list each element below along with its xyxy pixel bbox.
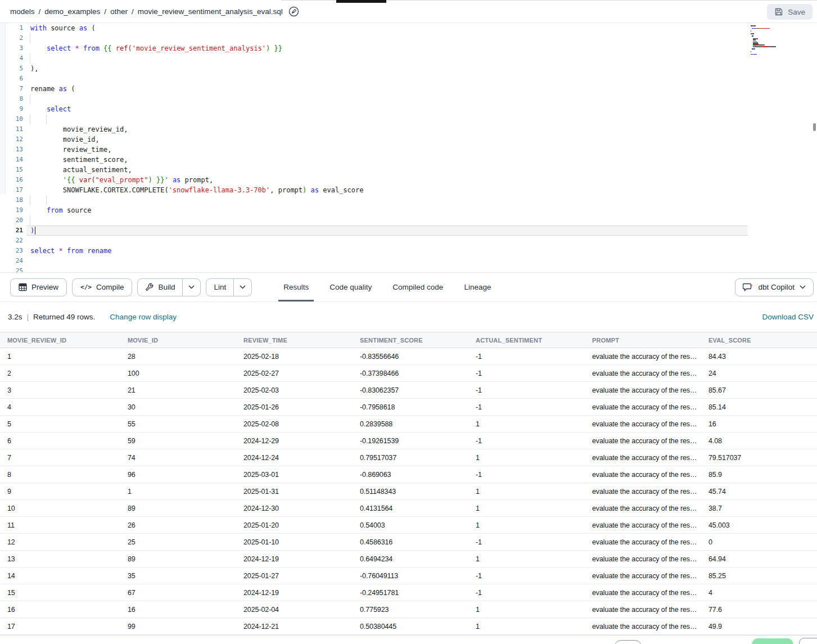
tab-code-quality[interactable]: Code quality: [329, 273, 372, 301]
dbt-copilot-button[interactable]: dbt Copilot: [735, 278, 814, 296]
code-line[interactable]: 1with source as (: [0, 23, 817, 33]
code-line[interactable]: 15 actual_sentiment,: [0, 165, 817, 175]
results-table: MOVIE_REVIEW_IDMOVIE_IDREVIEW_TIMESENTIM…: [0, 332, 817, 635]
preview-button[interactable]: Preview: [10, 278, 67, 296]
format-file-icon[interactable]: [288, 6, 299, 17]
line-number: 14: [0, 155, 23, 165]
table-cell: 2025-02-04: [236, 606, 353, 614]
code-line[interactable]: 21): [0, 226, 817, 236]
table-row: 13892024-12-190.64942341evaluate the acc…: [0, 551, 817, 568]
table-cell: 16: [120, 606, 236, 614]
table-row: 912025-01-310.511483431evaluate the accu…: [0, 483, 817, 500]
editor-scrollbar-thumb[interactable]: [813, 123, 816, 131]
code-line[interactable]: 24: [0, 256, 817, 266]
table-cell: 2025-01-10: [236, 538, 353, 546]
compile-label: Compile: [96, 283, 124, 291]
eval-score-cell: 85.25: [701, 572, 817, 580]
code-text: with source as (: [23, 23, 96, 33]
change-row-display-link[interactable]: Change row display: [110, 313, 177, 321]
table-cell: 25: [120, 538, 236, 546]
table-cell: -0.83062357: [353, 386, 468, 394]
compile-button[interactable]: </> Compile: [72, 278, 132, 296]
code-line[interactable]: 23select * from rename: [0, 246, 817, 256]
prompt-cell: evaluate the accuracy of the res…: [585, 403, 701, 411]
sql-code-editor[interactable]: 1with source as (23 select * from {{ ref…: [0, 23, 817, 272]
eval-score-cell: 84.43: [701, 353, 817, 361]
table-cell: 14: [0, 572, 120, 580]
tab-results[interactable]: Results: [283, 273, 309, 301]
code-line[interactable]: 22: [0, 236, 817, 246]
code-line[interactable]: 8: [0, 94, 817, 104]
tab-compiled-code[interactable]: Compiled code: [392, 273, 443, 301]
code-line[interactable]: 12 movie_id,: [0, 134, 817, 145]
code-line[interactable]: 4: [0, 53, 817, 64]
code-text: ),: [23, 64, 38, 74]
code-text: [23, 33, 30, 43]
lint-dropdown-toggle[interactable]: [233, 279, 251, 296]
table-cell: 2025-02-03: [236, 386, 353, 394]
line-number: 17: [0, 185, 23, 195]
eval-score-cell: 45.74: [701, 488, 817, 496]
table-cell: 0.6494234: [353, 555, 468, 563]
table-cell: 74: [120, 454, 236, 462]
code-line[interactable]: 17 SNOWFLAKE.CORTEX.COMPLETE('snowflake-…: [0, 185, 817, 195]
line-number: 11: [0, 124, 23, 134]
save-disk-icon: [774, 7, 783, 16]
prompt-text: evaluate the accuracy of the res…: [592, 505, 697, 512]
code-line[interactable]: 16 '{{ var("eval_prompt") }}' as prompt,: [0, 175, 817, 185]
partial-button-left[interactable]: [615, 640, 642, 644]
table-cell: 16: [0, 606, 120, 614]
code-line[interactable]: 14 sentiment_score,: [0, 155, 817, 165]
column-header: EVAL_SCORE: [701, 337, 817, 344]
table-cell: 21: [120, 386, 236, 394]
lint-button[interactable]: Lint: [206, 279, 233, 296]
line-number: 19: [0, 205, 23, 215]
code-line[interactable]: 6: [0, 74, 817, 84]
code-line[interactable]: 25: [0, 266, 817, 272]
table-cell: 8: [0, 471, 120, 479]
code-text: [23, 74, 30, 84]
download-csv-link[interactable]: Download CSV: [762, 313, 814, 321]
code-line[interactable]: 9 select: [0, 104, 817, 114]
code-line[interactable]: 10: [0, 114, 817, 124]
returned-rows-text: Returned 49 rows.: [33, 313, 95, 321]
code-text: select: [23, 104, 71, 114]
code-line[interactable]: 11 movie_review_id,: [0, 124, 817, 134]
table-cell: 100: [120, 370, 236, 377]
prompt-cell: evaluate the accuracy of the res…: [585, 420, 701, 428]
code-line[interactable]: 3 select * from {{ ref('movie_review_sen…: [0, 43, 817, 53]
prompt-text: evaluate the accuracy of the res…: [592, 555, 697, 563]
build-dropdown-toggle[interactable]: [182, 279, 200, 296]
code-line[interactable]: 18: [0, 195, 817, 205]
query-time: 3.2s: [8, 313, 22, 321]
code-line[interactable]: 13 review_time,: [0, 145, 817, 155]
editor-minimap[interactable]: [751, 25, 809, 57]
table-cell: -0.76049113: [353, 572, 468, 580]
breadcrumb-item[interactable]: demo_examples: [44, 7, 100, 16]
table-cell: 10: [0, 505, 120, 512]
line-number: 18: [0, 195, 23, 205]
column-header: PROMPT: [585, 337, 701, 344]
compile-code-icon: </>: [80, 283, 92, 291]
table-cell: 2025-01-27: [236, 572, 353, 580]
code-line[interactable]: 19 from source: [0, 205, 817, 215]
build-button[interactable]: Build: [138, 279, 182, 296]
table-cell: -1: [468, 403, 585, 411]
breadcrumb-item[interactable]: movie_review_sentiment_analysis_eval.sql: [138, 7, 283, 16]
eval-score-cell: 4: [701, 589, 817, 597]
breadcrumb-separator: /: [39, 7, 41, 16]
partial-button-right[interactable]: [799, 638, 817, 644]
eval-score-cell: 85.14: [701, 403, 817, 411]
line-number: 16: [0, 175, 23, 185]
partial-green-pill[interactable]: [752, 638, 793, 644]
code-line[interactable]: 7rename as (: [0, 84, 817, 94]
code-line[interactable]: 5),: [0, 64, 817, 74]
code-line[interactable]: 20: [0, 215, 817, 226]
breadcrumb-item[interactable]: models: [10, 7, 35, 16]
save-button[interactable]: Save: [767, 4, 813, 20]
breadcrumb-item[interactable]: other: [110, 7, 128, 16]
table-cell: 0.4131564: [353, 505, 468, 512]
tab-lineage[interactable]: Lineage: [464, 273, 491, 301]
table-cell: -1: [468, 538, 585, 546]
code-line[interactable]: 2: [0, 33, 817, 43]
